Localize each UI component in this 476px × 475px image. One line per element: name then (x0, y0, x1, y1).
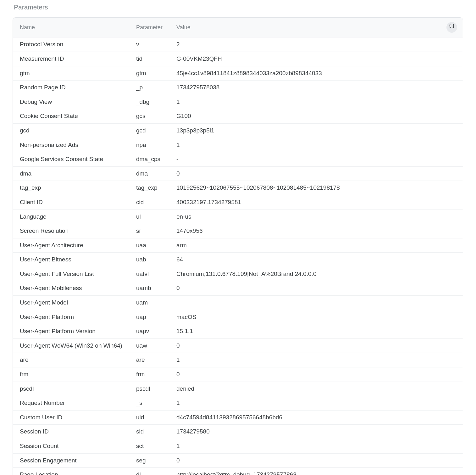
cell-value: G-00VKM23QFH (169, 52, 463, 66)
cell-parameter: uamb (129, 281, 169, 296)
cell-parameter: dma (129, 166, 169, 181)
cell-parameter: uaa (129, 238, 169, 253)
parameters-panel: Name Parameter Value (13, 17, 463, 475)
cell-value: 0 (169, 367, 463, 382)
cell-parameter: uafvl (129, 267, 169, 281)
table-row[interactable]: dmadma0 (13, 166, 463, 181)
cell-name: Session Engagement (13, 453, 129, 468)
cell-parameter: _p (129, 81, 169, 95)
cell-name: Custom User ID (13, 410, 129, 425)
cell-name: User-Agent Platform Version (13, 324, 129, 339)
cell-value: 1 (169, 353, 463, 367)
table-header-row: Name Parameter Value (13, 18, 463, 37)
cell-parameter: sr (129, 224, 169, 238)
table-row[interactable]: Google Services Consent Statedma_cps- (13, 152, 463, 167)
cell-parameter: uam (129, 296, 169, 310)
table-row[interactable]: pscdlpscdldenied (13, 382, 463, 396)
cell-name: User-Agent Model (13, 296, 129, 310)
cell-name: Random Page ID (13, 81, 129, 95)
cell-parameter: v (129, 37, 169, 52)
table-row[interactable]: User-Agent Platform Versionuapv15.1.1 (13, 324, 463, 339)
cell-name: User-Agent Mobileness (13, 281, 129, 296)
cell-value: 2 (169, 37, 463, 52)
cell-parameter: tid (129, 52, 169, 66)
cell-name: Screen Resolution (13, 224, 129, 238)
table-row[interactable]: User-Agent Full Version ListuafvlChromiu… (13, 267, 463, 281)
cell-name: Non-personalized Ads (13, 138, 129, 152)
cell-value: http://localhost/?gtm_debug=173427957786… (169, 468, 463, 475)
cell-value: 0 (169, 338, 463, 353)
cell-value: denied (169, 382, 463, 396)
table-row[interactable]: frmfrm0 (13, 367, 463, 382)
cell-parameter: gtm (129, 66, 169, 81)
cell-name: Debug View (13, 95, 129, 109)
table-row[interactable]: Request Number_s1 (13, 396, 463, 411)
cell-value: 1734279578038 (169, 81, 463, 95)
cell-name: Protocol Version (13, 37, 129, 52)
table-row[interactable]: User-Agent Mobilenessuamb0 (13, 281, 463, 296)
code-view-button[interactable] (446, 22, 457, 33)
cell-name: gtm (13, 66, 129, 81)
cell-parameter: uab (129, 253, 169, 267)
cell-name: gcd (13, 123, 129, 138)
cell-name: User-Agent Bitness (13, 253, 129, 267)
cell-parameter: seg (129, 453, 169, 468)
column-header-value[interactable]: Value (169, 18, 440, 37)
cell-value: 1734279580 (169, 425, 463, 439)
cell-value: 1 (169, 396, 463, 411)
cell-value: 0 (169, 281, 463, 296)
cell-name: Session Count (13, 439, 129, 454)
cell-name: frm (13, 367, 129, 382)
table-row[interactable]: areare1 (13, 353, 463, 367)
table-row[interactable]: Custom User IDuidd4c74594d84113932869575… (13, 410, 463, 425)
table-row[interactable]: Non-personalized Adsnpa1 (13, 138, 463, 152)
table-row[interactable]: gtmgtm45je4cc1v898411841z8898344033za200… (13, 66, 463, 81)
cell-parameter: frm (129, 367, 169, 382)
column-header-name[interactable]: Name (13, 18, 129, 37)
table-row[interactable]: User-Agent Modeluam (13, 296, 463, 310)
cell-name: Language (13, 210, 129, 224)
cell-name: Google Services Consent State (13, 152, 129, 167)
table-row[interactable]: tag_exptag_exp101925629~102067555~102067… (13, 181, 463, 195)
cell-name: pscdl (13, 382, 129, 396)
cell-value: Chromium;131.0.6778.109|Not_A%20Brand;24… (169, 267, 463, 281)
cell-parameter: sid (129, 425, 169, 439)
parameters-table: Name Parameter Value (13, 18, 463, 475)
table-row[interactable]: Page Locationdlhttp://localhost/?gtm_deb… (13, 468, 463, 475)
cell-value: 1 (169, 439, 463, 454)
table-row[interactable]: Measurement IDtidG-00VKM23QFH (13, 52, 463, 66)
table-row[interactable]: Debug View_dbg1 (13, 95, 463, 109)
table-row[interactable]: Screen Resolutionsr1470x956 (13, 224, 463, 238)
cell-parameter: uid (129, 410, 169, 425)
table-row[interactable]: User-Agent WoW64 (Win32 on Win64)uaw0 (13, 338, 463, 353)
cell-value: 15.1.1 (169, 324, 463, 339)
table-row[interactable]: User-Agent Architectureuaaarm (13, 238, 463, 253)
cell-name: Request Number (13, 396, 129, 411)
table-row[interactable]: User-Agent Bitnessuab64 (13, 253, 463, 267)
cell-parameter: uaw (129, 338, 169, 353)
table-row[interactable]: Session IDsid1734279580 (13, 425, 463, 439)
column-header-parameter[interactable]: Parameter (129, 18, 169, 37)
table-row[interactable]: gcdgcd13p3p3p3p5l1 (13, 123, 463, 138)
cell-value: 0 (169, 453, 463, 468)
cell-parameter: sct (129, 439, 169, 454)
cell-parameter: gcs (129, 109, 169, 124)
table-row[interactable]: Session Countsct1 (13, 439, 463, 454)
cell-name: are (13, 353, 129, 367)
table-row[interactable]: Cookie Consent StategcsG100 (13, 109, 463, 124)
table-row[interactable]: User-Agent PlatformuapmacOS (13, 310, 463, 324)
table-row[interactable]: Session Engagementseg0 (13, 453, 463, 468)
cell-name: dma (13, 166, 129, 181)
cell-value: macOS (169, 310, 463, 324)
cell-parameter: gcd (129, 123, 169, 138)
cell-value: 400332197.1734279581 (169, 195, 463, 210)
cell-value: 13p3p3p3p5l1 (169, 123, 463, 138)
table-row[interactable]: Random Page ID_p1734279578038 (13, 81, 463, 95)
table-row[interactable]: Client IDcid400332197.1734279581 (13, 195, 463, 210)
table-row[interactable]: Languageulen-us (13, 210, 463, 224)
cell-value: 64 (169, 253, 463, 267)
cell-value: 0 (169, 166, 463, 181)
cell-name: User-Agent Architecture (13, 238, 129, 253)
table-row[interactable]: Protocol Versionv2 (13, 37, 463, 52)
cell-value: d4c74594d841139328695756648b6bd6 (169, 410, 463, 425)
